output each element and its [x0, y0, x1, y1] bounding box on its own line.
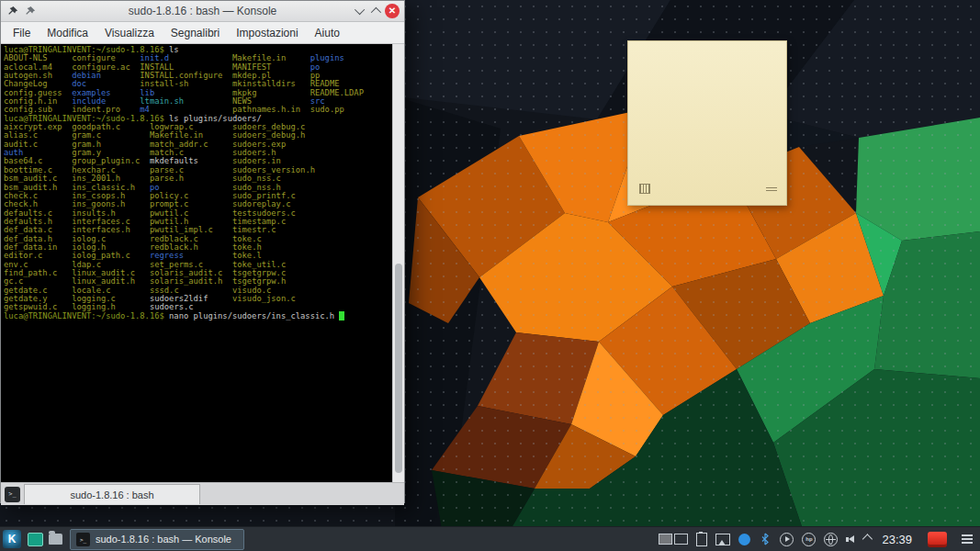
window-titlebar[interactable]: sudo-1.8.16 : bash — Konsole ✕	[1, 1, 404, 22]
task-button-konsole[interactable]: >_ sudo-1.8.16 : bash — Konsole	[70, 529, 244, 550]
clipboard-icon[interactable]	[696, 533, 707, 546]
messenger-icon[interactable]	[738, 534, 750, 545]
taskbar: K >_ sudo-1.8.16 : bash — Konsole hp 23:…	[0, 526, 980, 551]
network-globe-icon[interactable]	[824, 533, 838, 546]
menu-segnalibri[interactable]: Segnalibri	[163, 27, 228, 39]
menu-aiuto[interactable]: Aiuto	[307, 27, 348, 39]
file-manager-icon[interactable]	[49, 534, 62, 545]
minimize-button[interactable]	[357, 7, 365, 15]
note-resize-handle[interactable]	[766, 187, 777, 193]
pin-icon[interactable]	[24, 6, 36, 17]
tab-bar: >_ sudo-1.8.16 : bash	[1, 482, 404, 505]
terminal-output[interactable]: luca@TRINGALINVENT:~/sudo-1.8.16$ lsABOU…	[1, 44, 392, 482]
expand-arrow-icon[interactable]	[862, 534, 873, 544]
terminal-line: luca@TRINGALINVENT:~/sudo-1.8.16$ nano p…	[4, 312, 392, 320]
menu-bar: File Modifica Visualizza Segnalibri Impo…	[1, 22, 404, 44]
term-prompt: luca@TRINGALINVENT:~/sudo-1.8.16$	[4, 311, 169, 320]
term-file: sudo.pp	[310, 105, 344, 114]
sticky-note-widget[interactable]	[627, 40, 787, 206]
sticky-note-text[interactable]	[634, 47, 781, 181]
media-play-icon[interactable]	[780, 533, 794, 546]
system-tray: hp 23:39	[659, 532, 980, 547]
tab-label: sudo-1.8.16 : bash	[70, 489, 153, 500]
window-title: sudo-1.8.16 : bash — Konsole	[1, 5, 404, 17]
hp-icon[interactable]: hp	[802, 533, 816, 546]
task-button-label: sudo-1.8.16 : bash — Konsole	[96, 534, 231, 545]
menu-file[interactable]: File	[5, 27, 39, 39]
konsole-window: sudo-1.8.16 : bash — Konsole ✕ File Modi…	[0, 0, 405, 503]
new-tab-button[interactable]: >_	[5, 487, 20, 502]
menu-impostazioni[interactable]: Impostazioni	[228, 27, 306, 39]
maximize-button[interactable]	[371, 7, 378, 15]
pin-icon[interactable]	[6, 6, 18, 17]
terminal-scrollbar[interactable]	[392, 44, 404, 482]
tab-sudo-bash[interactable]: sudo-1.8.16 : bash	[24, 484, 200, 504]
desktop-screen: sudo-1.8.16 : bash — Konsole ✕ File Modi…	[0, 0, 980, 551]
clock[interactable]: 23:39	[882, 533, 912, 546]
show-desktop-icon[interactable]	[28, 533, 43, 546]
red-indicator-icon[interactable]	[928, 532, 947, 547]
konsole-icon: >_	[76, 533, 90, 546]
term-cursor	[339, 311, 344, 320]
screenshot-icon[interactable]	[715, 534, 730, 545]
menu-visualizza[interactable]: Visualizza	[96, 27, 163, 39]
app-launcher-icon[interactable]: K	[3, 530, 21, 548]
terminal-area[interactable]: luca@TRINGALINVENT:~/sudo-1.8.16$ lsABOU…	[1, 44, 404, 482]
note-settings-icon[interactable]	[639, 184, 650, 194]
close-button[interactable]: ✕	[385, 4, 400, 18]
term-command: nano plugins/sudoers/ins_classic.h	[169, 311, 334, 320]
pager[interactable]	[659, 534, 688, 545]
volume-icon[interactable]	[846, 535, 854, 543]
bluetooth-icon[interactable]	[759, 533, 772, 545]
term-file: visudo_json.c	[232, 294, 296, 303]
scrollbar-thumb[interactable]	[395, 264, 402, 474]
menu-modifica[interactable]: Modifica	[39, 27, 96, 39]
panel-menu-icon[interactable]	[962, 533, 973, 545]
